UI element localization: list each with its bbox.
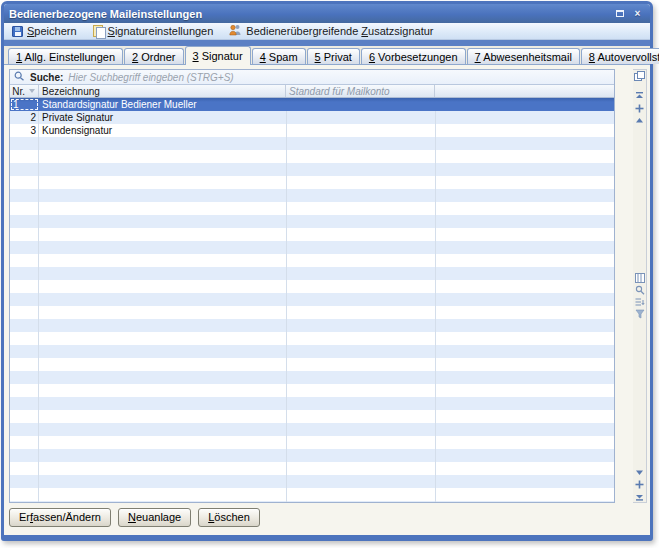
search-panel-icon[interactable] <box>634 284 646 296</box>
scroll-down-icon[interactable] <box>634 466 646 478</box>
search-input[interactable]: Hier Suchbegriff eingeben (STRG+S) <box>68 72 233 83</box>
column-chooser-icon[interactable] <box>634 70 646 82</box>
screen: Bedienerbezogene Maileinstellungen × Spe… <box>0 0 659 548</box>
tab-privat[interactable]: 5 Privat <box>307 48 360 64</box>
title-bar: Bedienerbezogene Maileinstellungen × <box>4 4 650 23</box>
close-icon: × <box>635 8 641 19</box>
sort-icon[interactable] <box>634 296 646 308</box>
signature-pages-icon <box>93 25 104 37</box>
global-extra-signature-label: Bedienerübergreifende Zusatzsignatur <box>246 25 433 37</box>
grid-header: Nr. Bezeichnung Standard für Mailkonto <box>10 85 614 98</box>
column-header-bezeichnung[interactable]: Bezeichnung <box>39 85 286 97</box>
tab-signatur[interactable]: 3 Signatur <box>185 46 251 65</box>
app-window: Bedienerbezogene Maileinstellungen × Spe… <box>1 1 653 541</box>
column-separator <box>435 98 436 502</box>
row-bezeichnung: Kundensignatur <box>39 124 286 137</box>
tab-abwesenheitsmail[interactable]: 7 Abwesenheitsmail <box>467 48 580 64</box>
button-bar: Erfassen/Ändern Neuanlage Löschen <box>9 508 260 527</box>
signature-settings-button[interactable]: Signatureinstellungen <box>93 25 214 37</box>
toolbar: Speichern Signatureinstellungen Bediener… <box>4 23 650 40</box>
column-header-nr[interactable]: Nr. <box>10 85 39 97</box>
maximize-icon <box>616 10 624 17</box>
maximize-button[interactable] <box>612 7 627 20</box>
tab-strip: 1 Allg. Einstellungen 2 Ordner 3 Signatu… <box>4 46 650 65</box>
card-view-icon[interactable] <box>634 272 646 284</box>
row-bezeichnung: Standardsignatur Bediener Mueller <box>39 98 286 111</box>
loeschen-button[interactable]: Löschen <box>198 508 260 527</box>
erfassen-aendern-button[interactable]: Erfassen/Ändern <box>9 508 111 527</box>
tab-allg-einstellungen[interactable]: 1 Allg. Einstellungen <box>8 48 123 64</box>
search-icon <box>14 71 25 84</box>
save-button[interactable]: Speichern <box>12 25 77 37</box>
column-header-empty[interactable] <box>435 85 614 97</box>
row-standard <box>286 111 435 124</box>
save-label: Speichern <box>27 25 77 37</box>
tab-page-signatur: Suche: Hier Suchbegriff eingeben (STRG+S… <box>4 65 650 535</box>
tab-vorbesetzungen[interactable]: 6 Vorbesetzungen <box>361 48 466 64</box>
scroll-first-icon[interactable] <box>634 90 646 102</box>
search-label: Suche: <box>30 72 63 83</box>
global-extra-signature-button[interactable]: Bedienerübergreifende Zusatzsignatur <box>229 24 433 38</box>
scroll-up-icon[interactable] <box>634 114 646 126</box>
signature-settings-label: Signatureinstellungen <box>108 25 214 37</box>
row-standard <box>286 124 435 137</box>
grid-body: 1 Standardsignatur Bediener Mueller 2 Pr… <box>10 98 614 502</box>
signature-grid: Suche: Hier Suchbegriff eingeben (STRG+S… <box>9 69 615 503</box>
tab-spam[interactable]: 4 Spam <box>252 48 306 64</box>
search-bar[interactable]: Suche: Hier Suchbegriff eingeben (STRG+S… <box>10 70 614 85</box>
row-nr: 2 <box>10 111 39 124</box>
tab-autovervollstaendigung[interactable]: 8 Autovervollständigung <box>581 48 659 64</box>
table-row[interactable]: 2 Private Signatur <box>10 111 614 124</box>
row-standard <box>286 98 435 111</box>
scroll-page-up-icon[interactable] <box>634 102 646 114</box>
grid-side-toolbar <box>633 69 647 503</box>
window-title: Bedienerbezogene Maileinstellungen <box>9 8 202 20</box>
neuanlage-button[interactable]: Neuanlage <box>118 508 191 527</box>
users-icon <box>229 24 242 38</box>
filter-icon[interactable] <box>634 308 646 320</box>
tab-ordner[interactable]: 2 Ordner <box>124 48 183 64</box>
row-nr: 1 <box>10 98 39 111</box>
column-separator <box>286 98 287 502</box>
close-button[interactable]: × <box>630 7 645 20</box>
sort-desc-icon <box>29 89 35 93</box>
scroll-last-icon[interactable] <box>634 490 646 502</box>
column-separator <box>38 98 39 502</box>
scroll-page-down-icon[interactable] <box>634 478 646 490</box>
row-bezeichnung: Private Signatur <box>39 111 286 124</box>
column-header-standard[interactable]: Standard für Mailkonto <box>286 85 435 97</box>
table-row[interactable]: 3 Kundensignatur <box>10 124 614 137</box>
row-nr: 3 <box>10 124 39 137</box>
table-row[interactable]: 1 Standardsignatur Bediener Mueller <box>10 98 614 111</box>
save-icon <box>12 26 23 37</box>
